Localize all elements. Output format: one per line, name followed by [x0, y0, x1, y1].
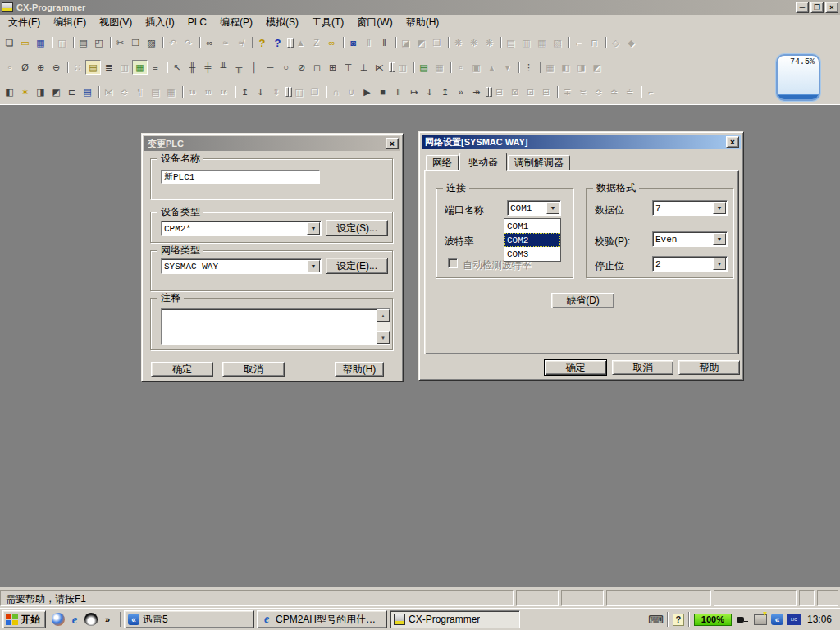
start-button[interactable]: 开始 [2, 610, 46, 628]
menu-insert[interactable]: 插入(I) [139, 14, 180, 31]
new-closed-contact-icon[interactable]: ╪ [200, 60, 216, 75]
menu-edit[interactable]: 编辑(E) [47, 14, 93, 31]
chevron-down-icon[interactable]: ▼ [713, 202, 726, 214]
chart-window-icon[interactable]: ≏ [606, 84, 622, 99]
options-icon[interactable]: ✶ [17, 84, 33, 99]
cut-icon[interactable]: ✂ [112, 35, 128, 50]
comment-scrollbar[interactable]: ▲ ▼ [377, 309, 390, 344]
autodetect-baud-checkbox[interactable] [448, 258, 458, 268]
invert-instruction-icon[interactable]: ⋉ [372, 60, 387, 75]
differential-monitor-icon[interactable]: ⌐ [571, 35, 587, 50]
output-window-icon[interactable]: ◧ [558, 60, 573, 75]
force-set-icon[interactable]: ⊠ [507, 84, 523, 99]
zoom-100-icon[interactable]: Ø [17, 60, 33, 75]
menu-view[interactable]: 视图(V) [93, 14, 139, 31]
close-icon[interactable]: × [726, 136, 739, 148]
goto-address-icon[interactable]: ⇕ [268, 84, 284, 99]
chevron-down-icon[interactable]: ▼ [307, 222, 320, 235]
goto-output-icon[interactable]: ↧ [253, 84, 268, 99]
work-online-icon[interactable]: ◙ [345, 35, 361, 50]
show-tree-icon[interactable]: ≡ [148, 60, 163, 75]
set-value-icon[interactable]: ⊞ [538, 84, 554, 99]
upload-from-plc-icon[interactable]: ◩ [413, 35, 429, 50]
new-contact-icon[interactable]: ╫ [185, 60, 200, 75]
show-comments-icon[interactable]: ▤ [85, 60, 101, 75]
chevron-down-icon[interactable]: ▼ [546, 202, 559, 214]
select-tool-icon[interactable]: ↖ [169, 60, 185, 75]
resume-from-breakpoint-icon[interactable]: ∪ [344, 84, 359, 99]
section-list-icon[interactable]: ¶ [132, 84, 148, 99]
network-type-select[interactable]: SYSMAC WAY ▼ [161, 258, 322, 274]
paste-icon[interactable]: ▨ [144, 35, 159, 50]
new-instruction-box-icon[interactable]: ⊞ [325, 60, 340, 75]
restore-icon[interactable]: ❐ [810, 2, 824, 13]
simulator-window-icon[interactable]: ◫ [291, 84, 307, 99]
parity-select[interactable]: Even ▼ [652, 231, 728, 247]
keyboard-mapping-icon[interactable]: ▦ [431, 60, 447, 75]
new-window-icon[interactable]: ◧ [2, 84, 17, 99]
sampling-icon[interactable]: ≐ [622, 84, 637, 99]
network-type-settings-button[interactable]: 设定(E)... [326, 258, 388, 274]
find-icon[interactable]: ∞ [202, 35, 217, 50]
internet-explorer-icon[interactable]: e [68, 613, 81, 626]
properties-icon[interactable]: ▤ [80, 84, 95, 99]
qq-icon[interactable] [84, 613, 98, 626]
split-view-icon[interactable]: ⋮ [521, 60, 536, 75]
sim-scan-run-icon[interactable]: ↠ [468, 84, 484, 99]
symbol-library-icon[interactable]: ▤ [416, 60, 431, 75]
plc-memory-icon[interactable]: ▤ [503, 35, 518, 50]
diff-down-monitor-icon[interactable]: ≍ [575, 84, 591, 99]
watch-window-icon[interactable]: ▦ [542, 60, 558, 75]
media-player-icon[interactable] [52, 613, 65, 626]
taskbar-ie-page[interactable]: e CPM2AH型号的用什么... [257, 610, 387, 628]
new-vertical-down-icon[interactable]: ⊤ [340, 60, 356, 75]
new-closed-coil-icon[interactable]: ⊘ [294, 60, 309, 75]
zoom-in-icon[interactable]: ⊕ [33, 60, 48, 75]
goto-prev-address-icon[interactable]: ▾ [500, 60, 515, 75]
ime-help-icon[interactable]: ? [673, 614, 684, 626]
minimize-icon[interactable]: ─ [796, 2, 809, 13]
show-rung-list-icon[interactable]: ≣ [101, 60, 116, 75]
data-trace-icon[interactable]: ◇ [608, 35, 623, 50]
show-mnemonic-icon[interactable]: ◫ [116, 60, 132, 75]
io-comment-icon[interactable]: ▤ [148, 84, 163, 99]
cross-reference-popup-icon[interactable]: ◩ [589, 60, 605, 75]
new-file-icon[interactable]: ❏ [2, 35, 17, 50]
chevron-down-icon[interactable]: ▼ [307, 260, 320, 272]
help-button[interactable]: 帮助(H) [335, 362, 384, 377]
force-cancel-icon[interactable]: ❋ [482, 35, 497, 50]
force-reset-icon[interactable]: ⊡ [523, 84, 538, 99]
pause-icon[interactable]: ‖ [377, 35, 392, 50]
tab-modem[interactable]: 调制解调器 [508, 155, 570, 171]
more-toolbars-icon[interactable]: » [101, 613, 114, 626]
section-window-icon[interactable]: ⊏ [64, 84, 80, 99]
comment-textarea[interactable]: ▲ ▼ [161, 308, 390, 345]
app-titlebar[interactable]: CX-Programmer ─ ❐ × [0, 0, 840, 15]
data-bits-select[interactable]: 7 ▼ [652, 200, 728, 216]
show-grid-icon[interactable]: ∷ [70, 60, 85, 75]
binary-display-icon[interactable]: 10 [185, 84, 200, 99]
address-reference-icon[interactable]: ◨ [573, 60, 589, 75]
com-option-1[interactable]: COM1 [504, 219, 560, 233]
menu-help[interactable]: 帮助(H) [399, 14, 446, 31]
time-chart-icon[interactable]: ⊓ [587, 35, 602, 50]
find-all-icon[interactable]: ≉ [233, 35, 249, 50]
keyboard-icon[interactable]: ⌨ [649, 613, 663, 626]
force-off-icon[interactable]: ❋ [466, 35, 482, 50]
close-icon[interactable]: × [386, 138, 399, 149]
sim-pause-icon[interactable]: ‖ [390, 84, 406, 99]
print-icon[interactable]: ▤ [75, 35, 91, 50]
menu-plc[interactable]: PLC [181, 15, 213, 30]
compare-with-plc-icon[interactable]: ❐ [429, 35, 445, 50]
sim-step-in-icon[interactable]: ↧ [422, 84, 437, 99]
dialog-network-settings-titlebar[interactable]: 网络设置[SYSMAC WAY] × [422, 135, 741, 149]
new-or-contact-icon[interactable]: ╨ [216, 60, 231, 75]
cross-reference-icon[interactable]: ⋈ [101, 84, 116, 99]
device-type-settings-button[interactable]: 设定(S)... [326, 220, 388, 236]
menu-file[interactable]: 文件(F) [2, 14, 47, 31]
dialog-change-plc-titlebar[interactable]: 变更PLC × [144, 136, 400, 151]
pause-monitor-icon[interactable]: ‖ [361, 35, 377, 50]
zoom-out-icon[interactable]: ⊖ [48, 60, 64, 75]
com-option-2[interactable]: COM2 [504, 233, 560, 247]
stop-bits-select[interactable]: 2 ▼ [652, 256, 728, 272]
